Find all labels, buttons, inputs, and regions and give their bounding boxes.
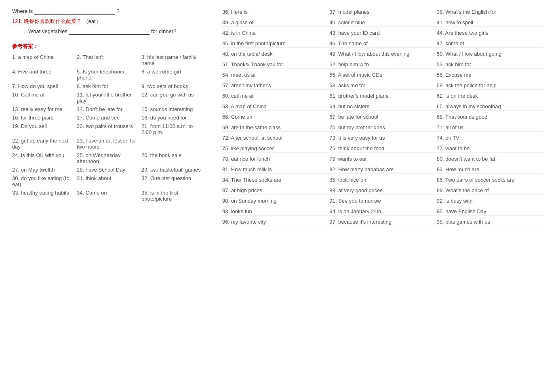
- answer-item: 18. do you need for: [141, 115, 206, 121]
- right-answer-row: 93. looks fun94. is on January 24th95. h…: [222, 208, 544, 216]
- answer-item: 30. do you like eating (to eat): [12, 175, 77, 187]
- right-answer-row: 78. eat rice for lunch79. wants to eat80…: [222, 155, 544, 163]
- q121-sub-end: for dinner?: [151, 28, 176, 34]
- right-answer-item: 98. plas games with us: [437, 219, 544, 225]
- answer-row: 22. get up early the next day23. have an…: [12, 138, 206, 150]
- q121-hint: （eat）: [83, 18, 101, 24]
- right-answer-item: 69. are in the same class: [222, 124, 329, 130]
- right-answer-row: 75. like playing soccer76. think about t…: [222, 145, 544, 153]
- answer-item: 35. is in the first photo/picture: [141, 190, 206, 202]
- left-column: Where is ? 121. 晚餐你喜欢吃什么蔬菜？ （eat） What v…: [12, 8, 206, 226]
- right-answer-item: 42. is in China: [222, 30, 329, 36]
- right-answer-item: 79. wants to eat: [329, 156, 436, 162]
- right-answer-item: 62. is on the desk: [437, 93, 544, 99]
- right-answer-item: 39. a glass of: [222, 19, 329, 25]
- right-answer-item: 80. doesn't want to be fat: [437, 156, 544, 162]
- answer-item: 1. a map of China: [12, 54, 77, 66]
- answer-item: 15. sounds interesting: [141, 106, 206, 112]
- answer-item: [141, 138, 206, 150]
- answer-item: 24. Is this OK with you: [12, 152, 77, 164]
- answer-item: 13. really easy for me: [12, 106, 77, 112]
- answer-item: 28. have School Day: [77, 167, 141, 173]
- right-answer-row: 39. a glass of40. color it blue41. how t…: [222, 19, 544, 27]
- right-answer-item: 51. Thanks/ Thank you for: [222, 61, 329, 67]
- answer-item: 32. One last question: [141, 175, 206, 187]
- right-answer-item: 40. color it blue: [329, 19, 436, 25]
- right-answer-item: 87. at high prices: [222, 187, 329, 193]
- right-answer-item: 60. call me at: [222, 93, 329, 99]
- answer-row: 13. really easy for me14. Don't be late …: [12, 106, 206, 112]
- answer-item: 22. get up early the next day: [12, 138, 77, 150]
- answers-title: 参考答案：: [12, 43, 206, 50]
- right-answer-item: 55. A set of music CDs: [329, 72, 436, 78]
- answer-item: 12. can you go with us: [141, 92, 206, 104]
- q121-label: 121. 晚餐你喜欢吃什么蔬菜？: [12, 18, 82, 24]
- answer-row: 4. Five and three5. Is your telephone/ p…: [12, 69, 206, 81]
- answer-item: 16. for three pairs: [12, 115, 77, 121]
- right-answer-item: 77. want to be: [437, 145, 544, 151]
- right-answer-row: 72. After school; at school73. It is ver…: [222, 134, 544, 142]
- right-answer-item: 64. but no sisters: [329, 103, 436, 109]
- right-answer-item: 46. The name of: [329, 40, 436, 46]
- right-answer-row: 69. are in the same class70. but my brot…: [222, 124, 544, 132]
- right-answer-item: 59. ask the police for help: [437, 82, 544, 88]
- right-answer-item: 38. What's the English for: [437, 9, 544, 15]
- answer-item: 23. have an art lesson for two hours: [77, 138, 141, 150]
- q120-end: ?: [117, 8, 120, 14]
- answer-row: 24. Is this OK with you25. on Wednesday …: [12, 152, 206, 164]
- answer-item: 14. Don't be late for: [77, 106, 141, 112]
- answer-item: 20. two pairs of trousers: [77, 123, 141, 135]
- right-answer-item: 89. What's the price of: [437, 187, 544, 193]
- right-answer-item: 52. help him with: [329, 61, 436, 67]
- right-answer-item: 44. Are these two girls: [437, 30, 544, 36]
- answer-item: 29. two basketball games: [141, 167, 206, 173]
- right-answer-row: 36. Here is37. model planes38. What's th…: [222, 8, 544, 16]
- answer-row: 1. a map of China2. That isn't3. his las…: [12, 54, 206, 66]
- answer-item: 21. from 11:00 a.m. to 2:00 p.m.: [141, 123, 206, 135]
- answer-item: 11. let your little brother play: [77, 92, 141, 104]
- right-answer-row: 90. on Sunday morning91. See you tomorro…: [222, 197, 544, 205]
- right-answer-item: 72. After school; at school: [222, 135, 329, 141]
- answer-item: 31. think about: [77, 175, 141, 187]
- q121-sub-blank: [69, 28, 150, 35]
- right-answer-item: 95. have English Day: [437, 208, 544, 214]
- right-answer-item: 41. how to spell: [437, 19, 544, 25]
- question-121-sub: What vegetables for dinner?: [12, 28, 206, 35]
- right-answer-item: 36. Here is: [222, 9, 329, 15]
- right-answer-item: 56. Excuse me: [437, 72, 544, 78]
- right-answer-row: 48. on the table/ desk49. What / How abo…: [222, 50, 544, 58]
- answer-item: 19. Do you sell: [12, 123, 77, 135]
- right-answer-row: 51. Thanks/ Thank you for52. help him wi…: [222, 61, 544, 69]
- right-answer-row: 57. aren't my father's58. asks me for59.…: [222, 82, 544, 90]
- right-answer-item: 54. meet us at: [222, 72, 329, 78]
- right-answer-item: 37. model planes: [329, 9, 436, 15]
- right-answer-item: 47. some of: [437, 40, 544, 46]
- right-answer-item: 82. How many bababas are: [329, 166, 436, 172]
- right-answer-row: 42. is in China43. have your ID card44. …: [222, 29, 544, 37]
- answer-row: 16. for three pairs17. Come and see18. d…: [12, 115, 206, 121]
- right-answer-item: 84. The/ These socks are: [222, 177, 329, 183]
- right-answer-item: 61. brother's model plane: [329, 93, 436, 99]
- right-answer-item: 53. ask him for: [437, 61, 544, 67]
- right-answer-item: 63. A map of China: [222, 103, 329, 109]
- right-answer-item: 96. my favorite city: [222, 219, 329, 225]
- right-answer-item: 65. always in my schoolbag: [437, 103, 544, 109]
- right-answer-item: 97. because it's interesting: [329, 219, 436, 225]
- right-answer-item: 83. How much are: [437, 166, 544, 172]
- right-answer-item: 92. is busy with: [437, 198, 544, 204]
- question-121: 121. 晚餐你喜欢吃什么蔬菜？ （eat）: [12, 18, 206, 25]
- right-column: 36. Here is37. model planes38. What's th…: [222, 8, 544, 226]
- right-answer-item: 88. at very good prices: [329, 187, 436, 193]
- page-layout: Where is ? 121. 晚餐你喜欢吃什么蔬菜？ （eat） What v…: [12, 8, 544, 226]
- right-answer-row: 96. my favorite city97. because it's int…: [222, 218, 544, 226]
- right-answer-item: 58. asks me for: [329, 82, 436, 88]
- right-answer-item: 48. on the table/ desk: [222, 51, 329, 57]
- right-answer-item: 94. is on January 24th: [329, 208, 436, 214]
- answer-item: 6. a welcome girl: [141, 69, 206, 81]
- right-answer-item: 43. have your ID card: [329, 30, 436, 36]
- answer-item: 25. on Wednesday afternoon: [77, 152, 141, 164]
- right-answer-item: 68. That sounds good: [437, 114, 544, 120]
- answer-item: 27. on May twelfth: [12, 167, 77, 173]
- answers-grid: 1. a map of China2. That isn't3. his las…: [12, 54, 206, 202]
- right-answer-row: 66. Come on67. be late for school68. Tha…: [222, 113, 544, 121]
